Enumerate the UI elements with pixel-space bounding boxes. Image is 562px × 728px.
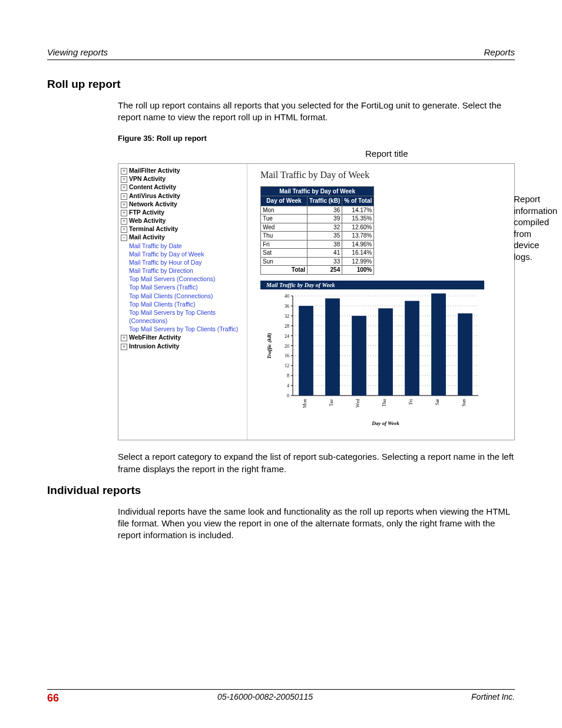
svg-text:Wed: Wed (355, 399, 361, 407)
svg-text:Thu: Thu (382, 399, 387, 407)
nav-link-7[interactable]: Top Mail Clients (Traffic) (121, 300, 244, 308)
individual-para: Individual reports have the same look an… (118, 506, 515, 542)
table-row: Sun3312.99% (261, 257, 374, 266)
col-traffic: Traffic (kB) (308, 196, 342, 206)
svg-text:20: 20 (285, 343, 289, 348)
nav-link-9[interactable]: Top Mail Servers by Top Clients (Traffic… (121, 325, 244, 333)
plus-icon: + (121, 344, 127, 350)
svg-rect-39 (325, 298, 340, 396)
svg-rect-49 (458, 313, 472, 395)
svg-text:0: 0 (287, 393, 289, 398)
svg-text:28: 28 (285, 323, 289, 328)
nav-link-3[interactable]: Mail Traffic by Direction (121, 266, 244, 275)
col-pct: % of Total (342, 196, 374, 206)
report-title: Mail Traffic by Day of Week (260, 169, 510, 182)
header-rule (47, 60, 515, 60)
plus-icon: + (121, 218, 127, 225)
nav-link-1[interactable]: Mail Traffic by Day of Week (121, 250, 244, 258)
nav-item-2[interactable]: +Content Activity (121, 183, 244, 191)
plus-icon: + (121, 210, 127, 216)
svg-rect-45 (405, 301, 419, 396)
plus-icon: + (121, 168, 127, 174)
col-day: Day of Week (261, 196, 308, 206)
section-rollup-title: Roll up report (47, 78, 515, 91)
plus-icon: + (121, 176, 127, 183)
plus-icon: + (121, 185, 127, 191)
nav-item-0[interactable]: +MailFilter Activity (121, 166, 244, 174)
table-row: Mon3614.17% (261, 206, 374, 215)
table-row: Fri3814.96% (261, 240, 374, 249)
svg-text:Day of Week: Day of Week (371, 420, 399, 426)
total-label: Total (261, 266, 308, 275)
plus-icon: + (121, 202, 127, 208)
callout-report-title: Report title (365, 148, 408, 160)
table-row: Sat4116.14% (261, 249, 374, 258)
data-table: Mail Traffic by Day of Week Day of Week … (260, 186, 374, 275)
plus-icon: + (121, 335, 127, 341)
nav-link-5[interactable]: Top Mail Servers (Traffic) (121, 283, 244, 291)
screenshot: +MailFilter Activity+VPN Activity+Conten… (118, 163, 515, 440)
figure-caption: Figure 35: Roll up report (118, 133, 515, 144)
callout-report-info: Report information compiled from device … (514, 193, 557, 262)
plus-icon: + (121, 226, 127, 233)
nav-link-0[interactable]: Mail Traffic by Date (121, 242, 244, 250)
svg-text:32: 32 (285, 313, 289, 318)
header-left: Viewing reports (47, 47, 108, 57)
svg-text:4: 4 (287, 383, 289, 388)
nav-link-2[interactable]: Mail Traffic by Hour of Day (121, 258, 244, 266)
table-row: Tue3915.35% (261, 215, 374, 223)
header-right: Reports (484, 47, 515, 57)
nav-open-label: Mail Activity (129, 233, 165, 241)
table-row: Wed3212.60% (261, 223, 374, 232)
svg-rect-47 (431, 293, 446, 395)
svg-text:Mon: Mon (302, 399, 308, 408)
bar-chart: Mail Traffic by Day of Week0481216202428… (260, 281, 510, 433)
total-kb: 254 (308, 266, 342, 275)
nav-link-8[interactable]: Top Mail Servers by Top Clients (Connect… (121, 308, 244, 325)
svg-rect-43 (378, 308, 393, 396)
svg-rect-37 (299, 306, 313, 396)
svg-text:24: 24 (285, 333, 289, 338)
nav-link-6[interactable]: Top Mail Clients (Connections) (121, 292, 244, 300)
report-nav: +MailFilter Activity+VPN Activity+Conten… (118, 164, 247, 440)
section-individual-title: Individual reports (47, 484, 515, 497)
nav-item-5[interactable]: +FTP Activity (121, 208, 244, 216)
svg-text:12: 12 (285, 363, 289, 368)
svg-text:16: 16 (285, 353, 289, 358)
nav-open-mail[interactable]: −Mail Activity (121, 233, 244, 241)
svg-text:Tue: Tue (329, 398, 334, 406)
nav-tail-0[interactable]: +WebFilter Activity (121, 333, 244, 341)
table-row: Thu3513.78% (261, 232, 374, 241)
report-pane: Mail Traffic by Day of Week Mail Traffic… (247, 164, 514, 440)
svg-text:Fri: Fri (408, 398, 414, 404)
total-pct: 100% (342, 266, 374, 275)
rollup-para2: Select a report category to expand the l… (118, 451, 515, 475)
svg-text:8: 8 (287, 373, 289, 378)
nav-item-7[interactable]: +Terminal Activity (121, 225, 244, 233)
nav-link-4[interactable]: Top Mail Servers (Connections) (121, 275, 244, 283)
nav-item-3[interactable]: +AntiVirus Activity (121, 192, 244, 200)
svg-text:Mail Traffic by Day of Week: Mail Traffic by Day of Week (266, 282, 335, 288)
plus-icon: + (121, 193, 127, 200)
svg-text:Traffic (kB): Traffic (kB) (266, 332, 272, 358)
svg-text:Sat: Sat (435, 398, 440, 405)
nav-item-1[interactable]: +VPN Activity (121, 174, 244, 183)
svg-text:36: 36 (285, 304, 289, 309)
nav-tail-1[interactable]: +Intrusion Activity (121, 342, 244, 350)
svg-text:40: 40 (285, 294, 289, 299)
table-header: Mail Traffic by Day of Week (261, 186, 374, 196)
svg-rect-41 (352, 315, 366, 395)
svg-text:Sun: Sun (461, 399, 467, 406)
nav-item-6[interactable]: +Web Activity (121, 216, 244, 225)
rollup-para1: The roll up report contains all reports … (118, 100, 515, 124)
nav-item-4[interactable]: +Network Activity (121, 200, 244, 208)
minus-icon: − (121, 235, 127, 241)
